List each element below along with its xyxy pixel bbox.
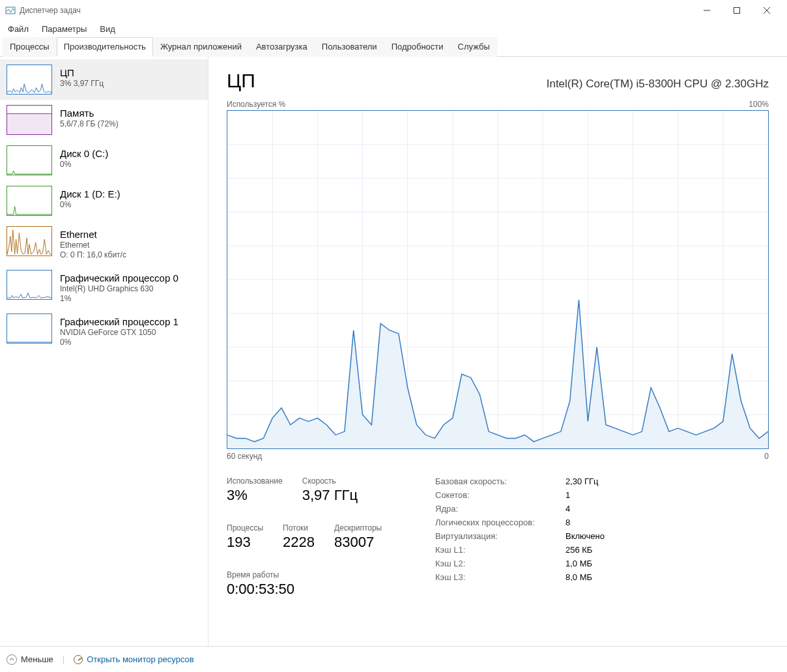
- performance-sidebar: ЦП 3% 3,97 ГГц Память 5,6/7,8 ГБ (72%) Д…: [0, 57, 208, 646]
- menu-view[interactable]: Вид: [98, 23, 117, 35]
- tab-app-history[interactable]: Журнал приложений: [153, 37, 249, 57]
- menu-bar: Файл Параметры Вид: [0, 21, 787, 37]
- sidebar-item-memory[interactable]: Память 5,6/7,8 ГБ (72%): [0, 100, 208, 140]
- sidebar-item-label: Ethernet: [60, 229, 126, 240]
- sidebar-item-gpu1[interactable]: Графический процессор 1 NVIDIA GeForce G…: [0, 308, 208, 352]
- stat-speed-label: Скорость: [302, 476, 358, 486]
- sidebar-item-label: ЦП: [60, 67, 104, 78]
- spec-l3-label: Кэш L3:: [435, 572, 552, 582]
- sidebar-item-label: Память: [60, 108, 119, 119]
- sidebar-item-sub: 0%: [60, 160, 108, 169]
- chart-y-title: Используется %: [227, 100, 285, 109]
- tab-users[interactable]: Пользователи: [315, 37, 384, 57]
- disk0-thumbnail: [7, 145, 52, 175]
- title-bar: Диспетчер задач: [0, 0, 787, 21]
- fewer-details-button[interactable]: Меньше: [7, 654, 53, 665]
- tab-performance[interactable]: Производительность: [57, 37, 153, 57]
- fewer-details-label: Меньше: [21, 654, 53, 664]
- sidebar-item-sub: 0%: [60, 200, 121, 209]
- disk1-thumbnail: [7, 186, 52, 216]
- app-icon: [5, 5, 16, 16]
- open-resmon-label: Открыть монитор ресурсов: [87, 654, 193, 664]
- tab-strip: Процессы Производительность Журнал прило…: [0, 37, 787, 57]
- stat-usage-value: 3%: [227, 487, 283, 504]
- footer: Меньше | Открыть монитор ресурсов: [0, 646, 787, 672]
- menu-file[interactable]: Файл: [7, 23, 30, 35]
- spec-l1-value: 256 КБ: [565, 545, 605, 555]
- stat-handles-value: 83007: [334, 534, 382, 551]
- sidebar-item-sub2: 1%: [60, 294, 179, 303]
- sidebar-item-cpu[interactable]: ЦП 3% 3,97 ГГц: [0, 59, 208, 100]
- chart-x-right: 0: [764, 452, 769, 461]
- stat-uptime-label: Время работы: [227, 570, 409, 579]
- tab-startup[interactable]: Автозагрузка: [249, 37, 315, 57]
- sidebar-item-label: Графический процессор 1: [60, 316, 179, 327]
- sidebar-item-label: Диск 0 (C:): [60, 148, 108, 159]
- sidebar-item-ethernet[interactable]: Ethernet Ethernet О: 0 П: 16,0 кбит/с: [0, 221, 208, 265]
- stat-uptime-value: 0:00:53:50: [227, 581, 409, 598]
- cpu-chart[interactable]: [227, 110, 769, 449]
- svg-rect-2: [734, 8, 740, 14]
- minimize-button[interactable]: [692, 0, 722, 21]
- open-resmon-button[interactable]: Открыть монитор ресурсов: [74, 654, 193, 664]
- sidebar-item-disk0[interactable]: Диск 0 (C:) 0%: [0, 140, 208, 181]
- sidebar-item-sub: 5,6/7,8 ГБ (72%): [60, 119, 119, 128]
- chart-x-left: 60 секунд: [227, 452, 262, 461]
- sidebar-item-sub: Intel(R) UHD Graphics 630: [60, 284, 179, 293]
- gpu0-thumbnail: [7, 270, 52, 300]
- tab-processes[interactable]: Процессы: [3, 37, 57, 57]
- svg-rect-5: [7, 113, 51, 134]
- stat-procs-value: 193: [227, 534, 263, 551]
- chevron-up-icon: [7, 654, 17, 665]
- sidebar-item-sub: Ethernet: [60, 241, 126, 250]
- sidebar-item-label: Диск 1 (D: E:): [60, 188, 121, 199]
- spec-cores-label: Ядра:: [435, 504, 552, 514]
- spec-virt-label: Виртуализация:: [435, 531, 552, 541]
- main-panel: ЦП Intel(R) Core(TM) i5-8300H CPU @ 2.30…: [208, 57, 787, 646]
- spec-virt-value: Включено: [565, 531, 605, 541]
- sidebar-item-sub2: О: 0 П: 16,0 кбит/с: [60, 250, 126, 259]
- sidebar-item-sub: NVIDIA GeForce GTX 1050: [60, 328, 179, 337]
- close-button[interactable]: [752, 0, 782, 21]
- resmon-icon: [74, 655, 83, 664]
- spec-sockets-value: 1: [565, 490, 605, 500]
- sidebar-item-sub2: 0%: [60, 338, 179, 347]
- spec-sockets-label: Сокетов:: [435, 490, 552, 500]
- spec-base-value: 2,30 ГГц: [565, 476, 605, 486]
- sidebar-item-disk1[interactable]: Диск 1 (D: E:) 0%: [0, 181, 208, 221]
- ethernet-thumbnail: [7, 226, 52, 256]
- spec-l1-label: Кэш L1:: [435, 545, 552, 555]
- maximize-button[interactable]: [722, 0, 752, 21]
- stat-handles-label: Дескрипторы: [334, 523, 382, 533]
- stat-threads-label: Потоки: [283, 523, 315, 533]
- page-title: ЦП: [227, 70, 255, 92]
- stat-procs-label: Процессы: [227, 523, 263, 533]
- window-title: Диспетчер задач: [20, 6, 81, 15]
- cpu-thumbnail: [7, 65, 52, 95]
- sidebar-item-sub: 3% 3,97 ГГц: [60, 79, 104, 88]
- menu-options[interactable]: Параметры: [40, 23, 88, 35]
- memory-thumbnail: [7, 105, 52, 135]
- chart-y-max: 100%: [749, 100, 769, 109]
- tab-services[interactable]: Службы: [451, 37, 497, 57]
- spec-l2-value: 1,0 МБ: [565, 559, 605, 568]
- spec-lprocs-value: 8: [565, 518, 605, 527]
- sidebar-item-gpu0[interactable]: Графический процессор 0 Intel(R) UHD Gra…: [0, 265, 208, 308]
- stat-speed-value: 3,97 ГГц: [302, 487, 358, 504]
- stat-threads-value: 2228: [283, 534, 315, 551]
- spec-l3-value: 8,0 МБ: [565, 572, 605, 582]
- sidebar-item-label: Графический процессор 0: [60, 272, 179, 284]
- spec-lprocs-label: Логических процессоров:: [435, 518, 552, 527]
- stat-usage-label: Использование: [227, 476, 283, 486]
- tab-details[interactable]: Подробности: [384, 37, 451, 57]
- spec-base-label: Базовая скорость:: [435, 476, 552, 486]
- spec-l2-label: Кэш L2:: [435, 559, 552, 568]
- spec-cores-value: 4: [565, 504, 605, 514]
- gpu1-thumbnail: [7, 314, 52, 343]
- cpu-model: Intel(R) Core(TM) i5-8300H CPU @ 2.30GHz: [547, 78, 769, 91]
